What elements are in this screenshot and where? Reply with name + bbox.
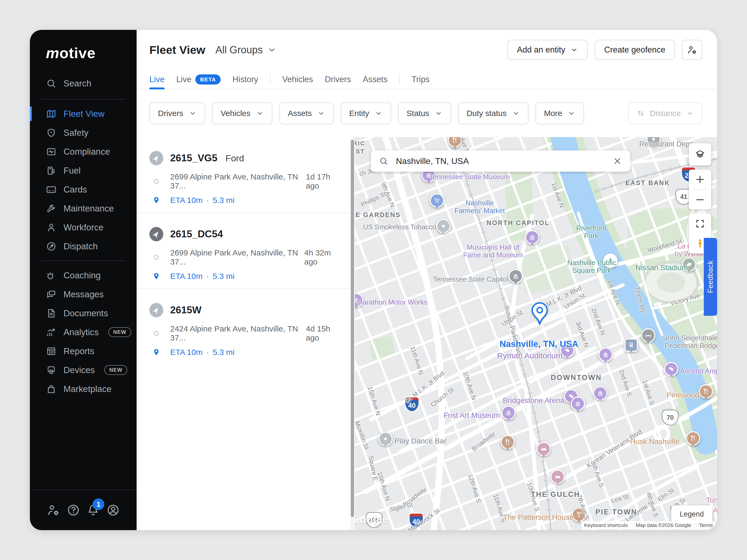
sidebar-item-fuel[interactable]: Fuel xyxy=(30,161,136,180)
filter-duty-status[interactable]: Duty status xyxy=(458,102,529,124)
map-attribution: Keyboard shortcutsMap data ©2026 GoogleT… xyxy=(581,521,716,530)
map-pin-museum xyxy=(509,269,523,284)
filter-status[interactable]: Status xyxy=(398,102,451,124)
fullscreen-button[interactable] xyxy=(689,214,711,234)
map-label-the-gulch: THE GULCH xyxy=(531,490,580,499)
tab-label: Live xyxy=(149,75,164,84)
map-search-value: Nashville, TN, USA xyxy=(396,156,469,166)
tab-drivers[interactable]: Drivers xyxy=(325,70,351,89)
layers-icon xyxy=(694,149,706,160)
sidebar-item-maintenance[interactable]: Maintenance xyxy=(30,199,136,218)
tab-history[interactable]: History xyxy=(232,70,258,89)
tab-trips[interactable]: Trips xyxy=(411,70,430,89)
chevron-down-icon xyxy=(570,46,578,54)
map-label-ascend-amph: Ascend Amph xyxy=(680,367,717,375)
vehicle-name: 2615W xyxy=(170,304,201,316)
vehicle-marker-icon xyxy=(149,151,163,165)
map-pin-museum xyxy=(525,230,539,244)
attribution-keyboard-shortcuts[interactable]: Keyboard shortcuts xyxy=(584,523,628,528)
sidebar-search[interactable]: Search xyxy=(30,73,136,94)
sidebar-item-dispatch[interactable]: Dispatch xyxy=(30,237,136,256)
sidebar-item-coaching[interactable]: Coaching xyxy=(30,266,136,285)
chat-icon xyxy=(46,289,56,300)
sidebar-search-label: Search xyxy=(63,78,92,88)
help-button[interactable] xyxy=(67,503,80,517)
vehicle-eta[interactable]: ETA 10m xyxy=(170,348,203,357)
notifications-button[interactable]: 1 xyxy=(86,503,100,517)
filter-drivers[interactable]: Drivers xyxy=(149,102,205,124)
tab-divider xyxy=(270,74,271,85)
legend-button[interactable]: Legend xyxy=(671,505,712,523)
sidebar-item-devices[interactable]: DevicesNEW xyxy=(30,361,136,379)
attribution-terms[interactable]: Terms xyxy=(699,523,713,528)
vehicle-eta[interactable]: ETA 10m xyxy=(170,272,203,281)
filter-label: More xyxy=(544,109,562,118)
search-icon xyxy=(379,156,388,166)
card-icon xyxy=(46,184,56,195)
map-label-tennessee-state-museum: Tennessee State Museum xyxy=(430,173,510,181)
chevron-down-icon xyxy=(567,109,575,117)
sidebar-divider xyxy=(41,261,126,261)
map-label-marathon-motor-works: Marathon Motor Works xyxy=(357,298,428,306)
sidebar-item-analytics[interactable]: AnalyticsNEW xyxy=(30,323,136,342)
tab-vehicles[interactable]: Vehicles xyxy=(282,70,313,89)
map-pin-museum xyxy=(593,386,608,401)
user-settings-button[interactable] xyxy=(46,503,60,517)
zoom-out-button[interactable] xyxy=(689,190,711,210)
map[interactable]: 2441404070S70RICISTch JonesAve NRestaura… xyxy=(355,137,717,530)
map-label-nashville-public: Nashville PublicSquare Park xyxy=(567,259,616,274)
sidebar-item-safety[interactable]: Safety xyxy=(30,123,136,142)
user-gear-icon xyxy=(687,45,697,55)
feedback-tab[interactable]: Feedback xyxy=(704,238,717,316)
tab-live[interactable]: Live xyxy=(149,70,164,89)
add-entity-button[interactable]: Add an entity xyxy=(508,40,588,60)
vehicle-row-2615-dc54[interactable]: 2615_DC542699 Alpine Park Ave, Nashville… xyxy=(136,213,355,289)
map-label-tennessee-state-capitol: Tennessee State Capitol xyxy=(433,275,508,283)
vehicle-row-2615-vg5[interactable]: 2615_VG5Ford2699 Alpine Park Ave, Nashvi… xyxy=(136,137,355,213)
compass-icon xyxy=(46,241,56,252)
filter-more[interactable]: More xyxy=(536,102,584,124)
sidebar-item-documents[interactable]: Documents xyxy=(30,304,136,323)
location-pin-icon xyxy=(152,272,160,280)
filter-assets[interactable]: Assets xyxy=(279,102,334,124)
admin-button[interactable] xyxy=(682,40,702,60)
layers-button[interactable] xyxy=(689,143,711,166)
tab-assets[interactable]: Assets xyxy=(363,70,387,89)
scrollbar-thumb[interactable] xyxy=(351,140,354,517)
clear-search-icon[interactable] xyxy=(613,156,622,166)
person-icon xyxy=(46,222,56,233)
map-label-ist: IST xyxy=(355,148,365,155)
sort-button[interactable]: Distance xyxy=(628,102,702,124)
sidebar-item-workforce[interactable]: Workforce xyxy=(30,218,136,237)
map-label-phillips-st: Phillips St xyxy=(360,190,387,208)
sidebar-item-messages[interactable]: Messages xyxy=(30,285,136,304)
map-pin-bed xyxy=(550,470,565,484)
map-label-frist-art-museum: Frist Art Museum xyxy=(443,411,500,420)
vehicle-title-row: 2615_DC54 xyxy=(149,227,343,241)
sidebar-item-marketplace[interactable]: Marketplace xyxy=(30,379,136,398)
sidebar-item-reports[interactable]: Reports xyxy=(30,342,136,361)
last-updated: 4d 15h ago xyxy=(306,324,343,342)
group-selector[interactable]: All Groups xyxy=(215,44,277,56)
tabs: LiveLiveBETAHistoryVehiclesDriversAssets… xyxy=(136,70,717,89)
vehicle-row-2615w[interactable]: 2615W2424 Alpine Park Ave, Nashville, TN… xyxy=(136,289,355,365)
map-search-input[interactable]: Nashville, TN, USA xyxy=(371,151,630,172)
map-label-16th-ave-n: 16th Ave N xyxy=(376,471,391,502)
list-scrollbar[interactable] xyxy=(350,137,355,530)
sidebar-item-fleet-view[interactable]: Fleet View xyxy=(30,104,136,123)
filter-vehicles[interactable]: Vehicles xyxy=(212,102,273,124)
attribution-map-data-2026-google: Map data ©2026 Google xyxy=(636,523,691,528)
sidebar-item-compliance[interactable]: Compliance xyxy=(30,142,136,161)
filter-label: Entity xyxy=(349,109,369,118)
zoom-in-button[interactable] xyxy=(689,169,711,189)
sidebar-item-cards[interactable]: Cards xyxy=(30,180,136,199)
sort-icon xyxy=(636,109,645,117)
map-pin-food xyxy=(699,384,713,399)
create-geofence-button[interactable]: Create geofence xyxy=(595,40,675,60)
filter-entity[interactable]: Entity xyxy=(341,102,391,124)
vehicle-eta[interactable]: ETA 10m xyxy=(170,196,203,205)
create-geofence-label: Create geofence xyxy=(604,45,665,55)
account-button[interactable] xyxy=(106,503,120,517)
map-label-6th-ave-s: 6th Ave S xyxy=(590,461,605,488)
tab-live-beta[interactable]: LiveBETA xyxy=(176,70,221,89)
